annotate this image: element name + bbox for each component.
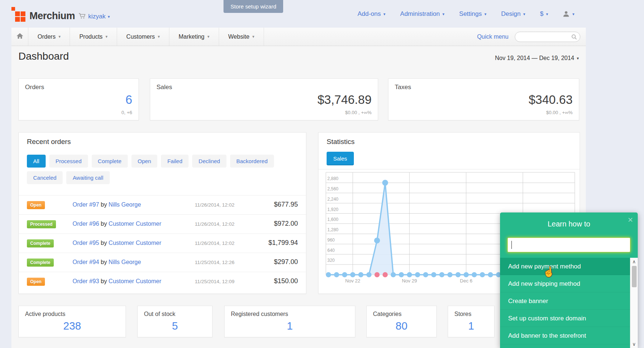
order-number-link[interactable]: Order #96 [73,221,99,227]
user-icon [563,11,570,17]
svg-text:Nov 22: Nov 22 [345,278,360,284]
nav-tab-label: Products [79,28,102,46]
chart-day-dot-11[interactable] [415,272,420,277]
filter-processed[interactable]: Processed [49,155,88,168]
home-tab[interactable] [11,28,28,46]
stores-card: Stores1 [448,306,495,337]
merchium-logo-icon [11,6,26,22]
filter-open[interactable]: Open [131,155,158,168]
hand-pointer-cursor: ☝ [542,266,555,278]
chart-day-dot-15[interactable] [447,272,453,277]
chart-day-dot-17[interactable] [464,272,469,277]
content-area: Orders▾Products▾Customers▾Marketing▾Webs… [11,28,586,348]
home-icon [16,33,24,41]
chart-value-dot-7[interactable] [382,180,388,186]
popup-item-add-new-payment-method[interactable]: Add new payment method [500,258,638,275]
store-switcher[interactable]: kizyak ▾ [78,13,110,22]
order-description: Order #94 by Nills George [73,259,141,266]
chart-day-dot-6[interactable] [374,272,380,277]
order-row: CompleteOrder #94 by Nills George11/25/2… [19,253,306,272]
search-icon[interactable] [571,34,577,42]
orders-summary-card: Orders 6 0, +6 [18,78,139,120]
chart-day-dot-12[interactable] [423,272,428,277]
filter-canceled[interactable]: Canceled [27,171,63,184]
nav-tab-customers[interactable]: Customers▾ [117,28,169,46]
nav-tab-label: Website [228,28,250,46]
scrollbar-thumb[interactable] [632,266,637,287]
scroll-down-icon[interactable]: ∨ [630,341,638,347]
chart-day-dot-20[interactable] [488,272,493,277]
out-of-stock-card: Out of stock5 [137,306,212,337]
popup-item-add-new-shipping-method[interactable]: Add new shipping method [500,275,638,292]
customer-link[interactable]: Customer Customer [109,221,161,227]
statistics-title: Statistics [327,138,355,146]
chart-day-dot-7[interactable] [383,272,388,277]
chart-day-dot-4[interactable] [358,272,363,277]
topmenu-design[interactable]: Design▾ [501,10,525,18]
order-number-link[interactable]: Order #93 [73,278,99,284]
order-number-link[interactable]: Order #94 [73,259,99,265]
order-row: OpenOrder #93 by Customer Customer11/25/… [19,272,306,291]
customer-link[interactable]: Customer Customer [109,278,161,284]
chevron-down-icon: ▾ [484,12,486,16]
close-icon[interactable]: × [628,215,633,224]
chart-day-dot-8[interactable] [391,272,396,277]
topmenu-$[interactable]: $▾ [540,10,548,18]
filter-all[interactable]: All [27,155,46,168]
active-products-card: Active products238 [18,306,126,337]
chart-value-dot-6[interactable] [374,238,380,243]
chart-day-dot-18[interactable] [472,272,477,277]
date-range-selector[interactable]: Nov 19, 2014 — Dec 19, 2014 ▾ [495,55,579,61]
customer-link[interactable]: Customer Customer [109,240,161,246]
quick-menu-link[interactable]: Quick menu [477,34,508,40]
filter-awaiting-call[interactable]: Awaiting call [66,171,109,184]
chart-day-dot-3[interactable] [350,272,355,277]
popup-search-input[interactable] [507,238,630,252]
filter-backordered[interactable]: Backordered [230,155,274,168]
chart-day-dot-1[interactable] [334,272,339,277]
scroll-up-icon[interactable]: ∧ [630,259,638,264]
top-bar: Merchium kizyak ▾ Store setup wizard Add… [0,0,644,28]
topmenu-administration[interactable]: Administration▾ [400,10,444,18]
sales-tab-button[interactable]: Sales [327,152,354,165]
user-menu[interactable]: ▾ [563,11,574,17]
chevron-down-icon: ▾ [158,35,160,39]
search-input[interactable] [520,32,571,41]
nav-tab-website[interactable]: Website▾ [219,28,264,46]
filter-declined[interactable]: Declined [192,155,226,168]
nav-tab-marketing[interactable]: Marketing▾ [169,28,219,46]
chart-day-dot-2[interactable] [342,272,347,277]
chart-day-dot-19[interactable] [480,272,485,277]
nav-tab-products[interactable]: Products▾ [70,28,117,46]
menu-label: Design [501,10,521,18]
order-number-link[interactable]: Order #97 [73,201,99,208]
menu-label: Add-ons [358,10,381,18]
chart-day-dot-0[interactable] [326,272,331,277]
chart-day-dot-14[interactable] [439,272,444,277]
topmenu-add-ons[interactable]: Add-ons▾ [358,10,386,18]
taxes-subtext: $0.00 , +∞% [546,110,573,115]
popup-item-list: Add new payment methodAdd new shipping m… [500,258,638,348]
card-label: Taxes [395,84,411,91]
store-setup-wizard-button[interactable]: Store setup wizard [224,0,283,13]
chart-day-dot-5[interactable] [366,272,372,277]
registered-customers-card: Registered customers1 [224,306,355,337]
chart-day-dot-13[interactable] [431,272,436,277]
customer-link[interactable]: Nills George [109,259,141,265]
chart-day-dot-16[interactable] [455,272,461,277]
order-number-link[interactable]: Order #95 [73,240,99,246]
customer-link[interactable]: Nills George [109,201,141,208]
nav-tab-orders[interactable]: Orders▾ [28,28,70,46]
order-total: $297.00 [274,258,298,266]
popup-item-add-banner-to-the-storefront[interactable]: Add banner to the storefront [500,327,638,344]
filter-row: CanceledAwaiting call [27,171,302,184]
topmenu-settings[interactable]: Settings▾ [459,10,486,18]
chart-day-dot-10[interactable] [407,272,412,277]
chart-day-dot-9[interactable] [399,272,404,277]
chevron-down-icon: ▾ [443,12,445,16]
order-date: 11/25/2014, 12:26 [195,260,235,265]
filter-failed[interactable]: Failed [161,155,189,168]
filter-complete[interactable]: Complete [92,155,128,168]
popup-item-set-up-custom-store-domain[interactable]: Set up custom store domain [500,310,638,327]
popup-item-create-banner[interactable]: Create banner [500,292,638,310]
